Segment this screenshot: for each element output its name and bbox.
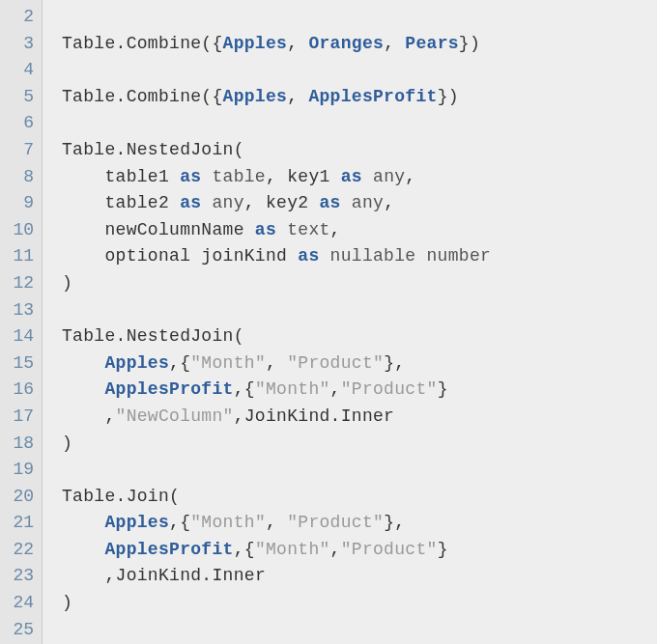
line-number: 14	[6, 323, 34, 350]
code-token: ,{	[169, 513, 190, 532]
code-token	[62, 220, 104, 239]
code-token: "Month"	[255, 379, 330, 399]
line-number: 23	[6, 563, 34, 590]
code-token	[62, 513, 104, 532]
code-token: NestedJoin	[127, 140, 234, 159]
code-token: table1	[104, 167, 180, 186]
code-token: (	[234, 326, 244, 346]
code-line: optional joinKind as nullable number	[62, 243, 645, 270]
code-token: Combine	[127, 34, 202, 53]
code-line: Table.Combine({Apples, ApplesProfit})	[62, 84, 645, 111]
code-token	[62, 566, 104, 585]
code-token	[62, 406, 104, 426]
code-token: Table	[62, 487, 116, 506]
code-line: )	[62, 590, 645, 617]
code-line: Apples,{"Month", "Product"},	[62, 510, 645, 537]
code-token: ApplesProfit	[104, 540, 233, 559]
code-token: key2	[266, 193, 320, 212]
code-token: .	[116, 326, 127, 346]
code-token: as	[180, 167, 201, 186]
code-token: ,{	[234, 540, 255, 559]
code-line: )	[62, 431, 645, 458]
line-number: 15	[6, 350, 34, 378]
code-token: )	[62, 273, 72, 293]
line-number: 18	[6, 431, 34, 458]
code-token	[62, 167, 104, 186]
code-token: })	[438, 87, 459, 106]
code-token: as	[180, 193, 201, 212]
code-token: "Month"	[190, 353, 266, 373]
code-token: optional	[104, 246, 190, 266]
code-line	[62, 110, 645, 137]
code-token: ,	[405, 167, 415, 186]
code-token: .	[201, 566, 212, 585]
code-token: "Product"	[341, 540, 438, 559]
code-token: "Product"	[341, 379, 438, 399]
code-token: table	[201, 167, 266, 186]
line-number: 8	[6, 164, 34, 191]
code-token: )	[62, 593, 72, 612]
line-number: 11	[6, 243, 34, 270]
code-token: Pears	[405, 34, 459, 53]
code-line: )	[62, 270, 645, 297]
code-token: Apples	[223, 34, 288, 53]
code-token	[62, 379, 104, 399]
code-token: Oranges	[308, 34, 384, 53]
code-token: joinKind	[190, 246, 298, 266]
code-token	[62, 193, 104, 212]
code-token: ,	[330, 220, 341, 239]
line-number: 6	[6, 110, 34, 137]
code-token: as	[320, 193, 341, 212]
code-token: Inner	[212, 566, 266, 585]
line-number: 24	[6, 590, 34, 617]
line-number: 5	[6, 84, 34, 111]
code-line	[62, 57, 645, 84]
code-token: text	[276, 220, 330, 239]
code-token: .	[330, 406, 341, 426]
code-line	[62, 297, 645, 324]
code-token: ,	[287, 87, 308, 106]
code-token: (	[169, 487, 180, 506]
code-token: table2	[104, 193, 180, 212]
code-token: Apples	[223, 87, 288, 106]
code-token: ,	[266, 167, 287, 186]
code-token: as	[255, 220, 276, 239]
code-token: Table	[62, 87, 116, 106]
code-token: Join	[127, 487, 169, 506]
line-number: 19	[6, 457, 34, 484]
code-token: "Month"	[255, 540, 330, 559]
code-line: Table.Join(	[62, 484, 645, 511]
code-token: ,	[266, 513, 287, 532]
code-token: ,	[104, 406, 115, 426]
code-line: table1 as table, key1 as any,	[62, 164, 645, 191]
line-number-gutter: 2345678910111213141516171819202122232425	[0, 0, 43, 644]
code-token: ApplesProfit	[308, 87, 437, 106]
code-line: ApplesProfit,{"Month","Product"}	[62, 537, 645, 564]
code-token: )	[62, 434, 72, 453]
line-number: 3	[6, 31, 34, 58]
line-number: 13	[6, 297, 34, 324]
code-token: any	[201, 193, 243, 212]
code-token: any	[341, 193, 384, 212]
code-token: "Product"	[287, 513, 384, 532]
code-token: ,	[244, 193, 266, 212]
code-line: ApplesProfit,{"Month","Product"}	[62, 377, 645, 404]
code-line: Table.Combine({Apples, Oranges, Pears})	[62, 31, 645, 58]
line-number: 16	[6, 377, 34, 404]
code-token	[62, 353, 104, 373]
code-token: },	[384, 513, 405, 532]
code-token: .	[116, 487, 127, 506]
line-number: 17	[6, 404, 34, 431]
code-token: ,	[104, 566, 115, 585]
line-number: 22	[6, 537, 34, 564]
code-token: },	[384, 353, 405, 373]
code-token: (	[234, 140, 244, 159]
code-token: any	[362, 167, 405, 186]
code-token: ({	[201, 87, 222, 106]
code-area: Table.Combine({Apples, Oranges, Pears}) …	[43, 0, 657, 644]
code-token	[62, 246, 104, 266]
code-token: })	[459, 34, 480, 53]
line-number: 4	[6, 57, 34, 84]
code-token: Combine	[127, 87, 202, 106]
code-token: key1	[287, 167, 341, 186]
